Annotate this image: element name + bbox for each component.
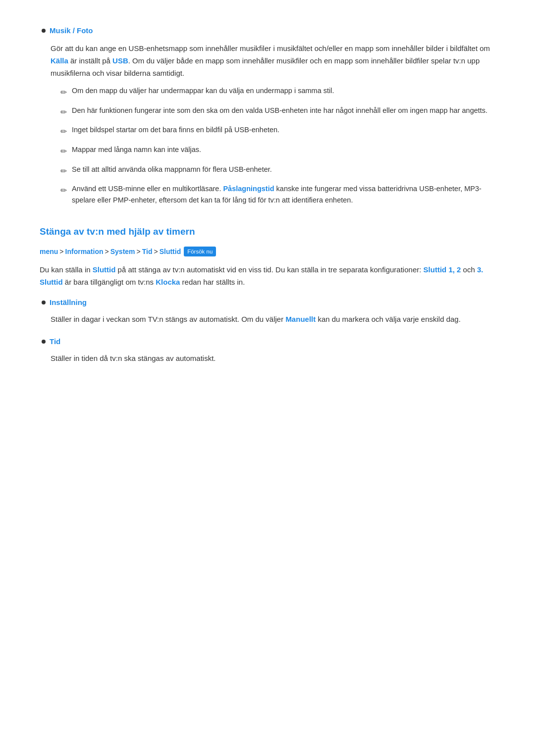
pencil-icon: ✏ — [60, 184, 67, 197]
breadcrumb-menu: menu — [40, 246, 58, 257]
note-text: Inget bildspel startar om det bara finns… — [72, 124, 279, 136]
list-item: ✏ Den här funktionen fungerar inte som d… — [60, 105, 495, 119]
body-and: och — [461, 265, 477, 274]
tid-bullet: Tid Ställer in tiden då tv:n ska stängas… — [40, 336, 495, 365]
tid-description: Ställer in tiden då tv:n ska stängas av … — [51, 353, 495, 365]
body-text-mid1: är inställt på — [68, 56, 112, 65]
musik-foto-section: Musik / Foto Gör att du kan ange en USB-… — [40, 25, 495, 206]
sluttid-description: Du kan ställa in Sluttid på att stänga a… — [40, 264, 495, 289]
tid-header: Tid — [40, 336, 495, 348]
body-end: redan har ställts in. — [180, 278, 245, 286]
musik-foto-header: Musik / Foto — [40, 25, 495, 37]
list-item: ✏ Mappar med långa namn kan inte väljas. — [60, 144, 495, 158]
breadcrumb-information: Information — [65, 246, 104, 257]
klocka-link: Klocka — [156, 278, 180, 286]
sluttid-link-1: Sluttid — [93, 265, 116, 274]
pencil-icon: ✏ — [60, 106, 67, 119]
list-item: ✏ Använd ett USB-minne eller en multikor… — [60, 183, 495, 206]
breadcrumb: menu > Information > System > Tid > Slut… — [40, 246, 495, 257]
installning-title: Inställning — [50, 297, 87, 308]
list-item: ✏ Se till att alltid använda olika mappn… — [60, 164, 495, 178]
pencil-icon: ✏ — [60, 145, 67, 158]
paslagningstid-link: Påslagningstid — [223, 185, 274, 193]
installning-prefix: Ställer in dagar i veckan som TV:n stäng… — [51, 315, 285, 323]
pencil-icon: ✏ — [60, 86, 67, 99]
sub-bullet-dot — [42, 301, 46, 304]
sub-bullet-dot-2 — [42, 340, 46, 344]
tid-body: Ställer in tiden då tv:n ska stängas av … — [51, 353, 495, 365]
kalla-link: Källa — [51, 56, 68, 65]
breadcrumb-sep-1: > — [59, 246, 63, 257]
installning-suffix: kan du markera och välja varje enskild d… — [316, 315, 461, 323]
list-item: ✏ Inget bildspel startar om det bara fin… — [60, 124, 495, 138]
forsok-nu-badge: Försök nu — [184, 247, 216, 256]
installning-header: Inställning — [40, 297, 495, 308]
breadcrumb-system: System — [110, 246, 135, 257]
sluttid-section: Stänga av tv:n med hjälp av timern menu … — [40, 224, 495, 365]
breadcrumb-sep-2: > — [105, 246, 109, 257]
pencil-icon: ✏ — [60, 125, 67, 138]
sluttid-link-2: Sluttid 1, 2 — [424, 265, 461, 274]
breadcrumb-sep-3: > — [137, 246, 141, 257]
installning-body: Ställer in dagar i veckan som TV:n stäng… — [51, 313, 495, 326]
usb-link: USB — [112, 56, 128, 65]
installning-description: Ställer in dagar i veckan som TV:n stäng… — [51, 313, 495, 326]
breadcrumb-sep-4: > — [154, 246, 158, 257]
pencil-icon: ✏ — [60, 165, 67, 178]
list-item: ✏ Om den mapp du väljer har undermappar … — [60, 85, 495, 99]
note-text: Om den mapp du väljer har undermappar ka… — [72, 85, 334, 97]
note-text: Den här funktionen fungerar inte som den… — [72, 105, 487, 116]
musik-foto-description: Gör att du kan ange en USB-enhetsmapp so… — [51, 43, 495, 79]
body-mid: på att stänga av tv:n automatiskt vid en… — [115, 265, 423, 274]
breadcrumb-sluttid: Sluttid — [160, 246, 181, 257]
note-text: Mappar med långa namn kan inte väljas. — [72, 144, 201, 155]
body-suffix: är bara tillgängligt om tv:ns — [63, 278, 156, 286]
section-heading: Stänga av tv:n med hjälp av timern — [40, 224, 495, 239]
note-text: Se till att alltid använda olika mappnam… — [72, 164, 272, 175]
musik-foto-title: Musik / Foto — [50, 25, 93, 37]
note-text: Använd ett USB-minne eller en multikortl… — [72, 183, 495, 206]
body-prefix: Du kan ställa in — [40, 265, 93, 274]
musik-foto-body: Gör att du kan ange en USB-enhetsmapp so… — [51, 43, 495, 206]
note-list: ✏ Om den mapp du väljer har undermappar … — [60, 85, 495, 206]
bullet-dot — [42, 29, 46, 33]
manuellt-link: Manuellt — [285, 315, 316, 323]
tid-title: Tid — [50, 336, 60, 348]
body-text-prefix: Gör att du kan ange en USB-enhetsmapp so… — [51, 44, 490, 52]
breadcrumb-tid: Tid — [142, 246, 153, 257]
installning-bullet: Inställning Ställer in dagar i veckan so… — [40, 297, 495, 326]
